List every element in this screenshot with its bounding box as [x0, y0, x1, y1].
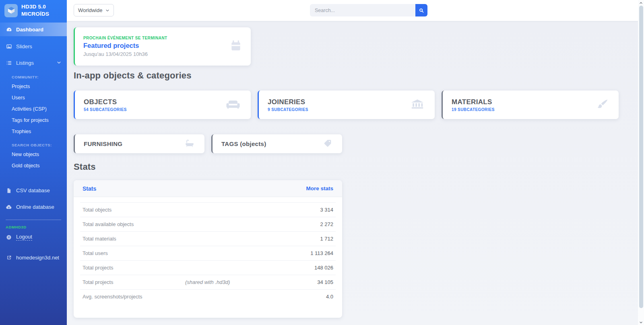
category-card-joineries[interactable]: JOINERIES 9 SUBCATEGORIES — [258, 91, 435, 119]
sidebar-item-users[interactable]: Users — [0, 92, 67, 103]
search-bar — [310, 4, 427, 16]
sidebar-item-sliders[interactable]: Sliders — [0, 40, 67, 53]
category-card-materials[interactable]: MATERIALS 19 SUBCATEGORIES — [442, 91, 619, 119]
sidebar-item-csv-database[interactable]: CSV database — [0, 184, 67, 197]
sidebar-item-new-objects[interactable]: New objects — [0, 149, 67, 160]
category-title: JOINERIES — [268, 98, 435, 106]
logout-label: Logout — [16, 234, 32, 241]
stat-label: Total projects — [83, 279, 185, 285]
file-icon — [6, 187, 12, 194]
category-card-furnishing[interactable]: FURNISHING — [74, 134, 204, 153]
app-title-line1: HD3D 5.0 — [21, 3, 49, 10]
calendar-icon — [230, 40, 242, 53]
category-card-tags-objects[interactable]: TAGS (objects) — [211, 134, 342, 153]
sidebar-item-online-database[interactable]: Online database — [0, 201, 67, 213]
sidebar-item-label: Sliders — [16, 43, 32, 49]
sidebar-section-search-objects: SEARCH OBJECTS: — [0, 137, 67, 149]
stat-label: Total materials — [83, 236, 185, 242]
stats-table: Total objects 3 314 Total available obje… — [74, 197, 342, 304]
app-logo-icon — [4, 4, 18, 17]
scroll-down-icon[interactable] — [638, 319, 644, 325]
site-link[interactable]: homedesign3d.net — [0, 251, 67, 264]
account-label: ADMHD3D — [0, 220, 67, 230]
app-title: HD3D 5.0 MICROÏDS — [21, 3, 49, 17]
app-title-line2: MICROÏDS — [21, 10, 49, 18]
sidebar-item-tags-for-projects[interactable]: Tags for projects — [0, 115, 67, 126]
site-link-label: homedesign3d.net — [16, 255, 59, 261]
sidebar-item-trophies[interactable]: Trophies — [0, 126, 67, 137]
stat-value: 148 026 — [273, 265, 333, 271]
stat-value: 34 105 — [273, 279, 333, 285]
external-link-icon — [6, 255, 12, 261]
category-subtitle: 9 SUBCATEGORIES — [268, 107, 435, 112]
tag-icon — [324, 139, 332, 149]
category-title: MATERIALS — [452, 98, 619, 106]
scrollbar[interactable] — [638, 0, 644, 325]
stat-value: 3 314 — [273, 207, 333, 213]
brand[interactable]: HD3D 5.0 MICROÏDS — [0, 0, 67, 21]
table-row: Total users 1 113 264 — [80, 246, 336, 260]
chevron-down-icon — [57, 60, 61, 66]
event-title[interactable]: Featured projects — [83, 42, 227, 49]
stat-note: (shared with .hd3d) — [185, 279, 273, 285]
table-row: Total objects 3 314 — [80, 202, 336, 217]
main-content: PROCHAIN ÉVÉNEMENT SE TERMINANT Featured… — [67, 21, 638, 325]
categories-heading: In-app objects & categories — [74, 70, 192, 81]
stat-value: 2 272 — [273, 221, 333, 227]
table-row: Avg. screenshots/projects 4.0 — [80, 289, 336, 304]
scrollbar-thumb[interactable] — [639, 6, 643, 308]
topbar: Worldwide — [67, 0, 638, 21]
circle-x-icon — [6, 234, 12, 241]
paint-brush-icon — [595, 98, 608, 112]
sidebar-item-label: CSV database — [16, 187, 50, 193]
sidebar-item-listings[interactable]: Listings — [0, 57, 67, 69]
table-row: Total available objects 2 272 — [80, 217, 336, 231]
sidebar-item-gold-objects[interactable]: Gold objects — [0, 160, 67, 171]
search-button[interactable] — [415, 4, 427, 16]
category-cards-row: OBJECTS 54 SUBCATEGORIES JOINERIES 9 SUB… — [74, 91, 619, 119]
cloud-upload-icon — [6, 204, 12, 210]
table-row: Total projects (shared with .hd3d) 34 10… — [80, 275, 336, 289]
secondary-cards-row: FURNISHING TAGS (objects) — [74, 134, 342, 153]
chevron-down-icon — [105, 8, 109, 12]
stats-card: Stats More stats Total objects 3 314 Tot… — [74, 180, 342, 318]
sidebar-spacer — [0, 171, 67, 180]
table-row: Total projects 148 026 — [80, 260, 336, 275]
search-icon — [419, 8, 424, 13]
bank-icon — [411, 99, 424, 111]
category-subtitle: 19 SUBCATEGORIES — [452, 107, 619, 112]
list-icon — [6, 60, 12, 66]
stat-label: Total projects — [83, 265, 185, 271]
sidebar-item-projects[interactable]: Projects — [0, 81, 67, 92]
event-subtitle: Jusqu'au 13/04/2025 10h36 — [83, 51, 227, 57]
stats-heading: Stats — [74, 162, 96, 172]
sidebar-item-activities-csp[interactable]: Activities (CSP) — [0, 103, 67, 115]
sidebar-item-label: Online database — [16, 204, 54, 210]
stat-label: Total users — [83, 250, 185, 256]
table-row: Total materials 1 712 — [80, 231, 336, 246]
stats-card-title: Stats — [83, 185, 96, 192]
category-card-objects[interactable]: OBJECTS 54 SUBCATEGORIES — [74, 91, 251, 119]
bathtub-icon — [185, 139, 194, 149]
tachometer-icon — [6, 26, 12, 33]
stat-label: Total objects — [83, 207, 185, 213]
event-eyebrow: PROCHAIN ÉVÉNEMENT SE TERMINANT — [83, 36, 227, 40]
logout-button[interactable]: Logout — [0, 231, 67, 243]
stat-label: Total available objects — [83, 221, 185, 227]
stat-value: 4.0 — [273, 294, 333, 300]
sidebar: HD3D 5.0 MICROÏDS Dashboard Sliders List… — [0, 0, 67, 325]
stat-value: 1 712 — [273, 236, 333, 242]
image-icon — [6, 43, 12, 50]
sidebar-item-label: Dashboard — [16, 27, 43, 33]
sidebar-section-community: COMMUNITY: — [0, 69, 67, 81]
stat-label: Avg. screenshots/projects — [83, 294, 185, 300]
sidebar-item-dashboard[interactable]: Dashboard — [0, 23, 67, 36]
featured-event-card[interactable]: PROCHAIN ÉVÉNEMENT SE TERMINANT Featured… — [74, 27, 251, 66]
scroll-up-icon[interactable] — [638, 0, 644, 6]
region-select[interactable]: Worldwide — [74, 4, 114, 16]
search-input[interactable] — [310, 4, 415, 16]
stats-card-header: Stats More stats — [74, 180, 342, 197]
more-stats-link[interactable]: More stats — [306, 185, 333, 191]
region-select-value: Worldwide — [78, 7, 102, 13]
sidebar-item-label: Listings — [16, 60, 34, 66]
